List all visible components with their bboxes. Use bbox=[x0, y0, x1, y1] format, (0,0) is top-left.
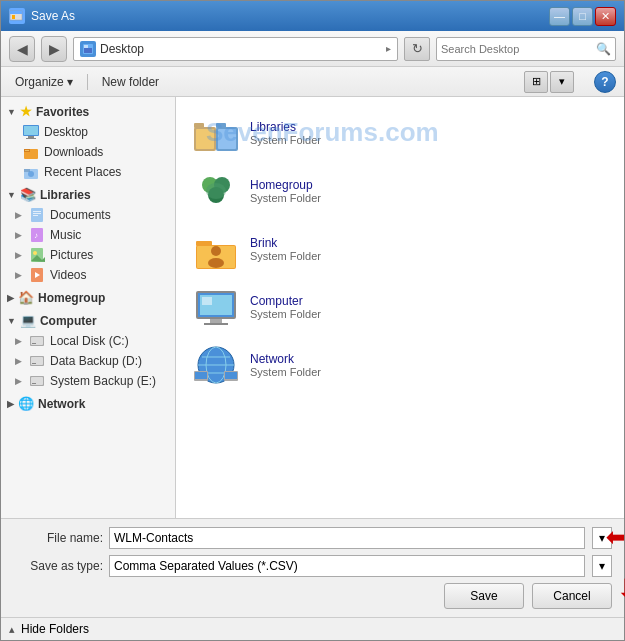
brink-type: System Folder bbox=[250, 250, 321, 262]
sidebar-item-downloads[interactable]: Downloads bbox=[1, 142, 175, 162]
sidebar-favorites-section: ▼ ★ Favorites Desktop bbox=[1, 101, 175, 182]
close-button[interactable]: ✕ bbox=[595, 7, 616, 26]
sidebar-network-header[interactable]: ▶ 🌐 Network bbox=[1, 393, 175, 414]
organize-button[interactable]: Organize ▾ bbox=[9, 73, 79, 91]
svg-rect-19 bbox=[33, 213, 41, 214]
network-icon: 🌐 bbox=[18, 396, 34, 411]
svg-rect-6 bbox=[84, 45, 88, 48]
filename-field-wrapper[interactable]: ⬅ bbox=[109, 527, 585, 549]
help-button[interactable]: ? bbox=[594, 71, 616, 93]
new-folder-button[interactable]: New folder bbox=[96, 73, 165, 91]
data-backup-d-icon bbox=[29, 353, 45, 369]
homegroup-name: Homegroup bbox=[250, 178, 321, 192]
svg-rect-1 bbox=[10, 11, 22, 14]
sidebar-item-music[interactable]: ▶ ♪ Music bbox=[1, 225, 175, 245]
title-bar: Save As — □ ✕ bbox=[1, 1, 624, 31]
search-box[interactable]: 🔍 bbox=[436, 37, 616, 61]
svg-rect-55 bbox=[204, 323, 228, 325]
data-backup-expand-icon: ▶ bbox=[15, 356, 22, 366]
savetype-arrow-indicator: ⬇ bbox=[616, 573, 625, 606]
refresh-button[interactable]: ↻ bbox=[404, 37, 430, 61]
svg-point-46 bbox=[206, 183, 226, 199]
libraries-collapse-icon: ▼ bbox=[7, 190, 16, 200]
search-icon: 🔍 bbox=[596, 42, 611, 56]
libraries-icon: 📚 bbox=[20, 187, 36, 202]
downloads-icon bbox=[23, 144, 39, 160]
separator bbox=[87, 74, 88, 90]
search-input[interactable] bbox=[441, 43, 596, 55]
cancel-button[interactable]: Cancel bbox=[532, 583, 612, 609]
back-button[interactable]: ◀ bbox=[9, 36, 35, 62]
views-button[interactable]: ⊞ bbox=[524, 71, 548, 93]
homegroup-type: System Folder bbox=[250, 192, 321, 204]
sidebar-libraries-section: ▼ 📚 Libraries ▶ Documents bbox=[1, 184, 175, 285]
sidebar-libraries-header[interactable]: ▼ 📚 Libraries bbox=[1, 184, 175, 205]
file-item-homegroup[interactable]: Homegroup System Folder bbox=[184, 163, 616, 219]
sidebar-item-pictures[interactable]: ▶ Pictures bbox=[1, 245, 175, 265]
recent-places-icon bbox=[23, 164, 39, 180]
title-bar-left: Save As bbox=[9, 8, 75, 24]
window-icon bbox=[9, 8, 25, 24]
file-area: SevenForums.com bbox=[176, 97, 624, 518]
local-disk-c-icon bbox=[29, 333, 45, 349]
svg-point-51 bbox=[208, 258, 224, 268]
address-bar[interactable]: Desktop ▸ bbox=[73, 37, 398, 61]
title-controls: — □ ✕ bbox=[549, 7, 616, 26]
file-item-libraries[interactable]: Libraries System Folder bbox=[184, 105, 616, 161]
svg-rect-9 bbox=[28, 136, 34, 138]
music-expand-icon: ▶ bbox=[15, 230, 22, 240]
computer-collapse-icon: ▼ bbox=[7, 316, 16, 326]
sidebar-item-system-backup-e[interactable]: ▶ System Backup (E:) bbox=[1, 371, 175, 391]
address-icon bbox=[80, 41, 96, 57]
libraries-big-icon bbox=[192, 109, 240, 157]
file-item-computer[interactable]: Computer System Folder bbox=[184, 279, 616, 335]
toolbar: ◀ ▶ Desktop ▸ ↻ 🔍 bbox=[1, 31, 624, 67]
svg-rect-33 bbox=[32, 363, 36, 364]
svg-rect-2 bbox=[12, 15, 15, 19]
svg-rect-42 bbox=[218, 129, 236, 149]
homegroup-big-icon bbox=[192, 167, 240, 215]
computer-info: Computer System Folder bbox=[250, 294, 321, 320]
brink-name: Brink bbox=[250, 236, 321, 250]
favorites-collapse-icon: ▼ bbox=[7, 107, 16, 117]
hide-folders-bar[interactable]: ▴ Hide Folders bbox=[1, 617, 624, 640]
computer-icon: 💻 bbox=[20, 313, 36, 328]
filename-arrow-indicator: ⬅ bbox=[606, 525, 624, 551]
save-button[interactable]: Save bbox=[444, 583, 524, 609]
address-text: Desktop bbox=[100, 42, 382, 56]
savetype-dropdown-arrow: ▾ bbox=[599, 559, 605, 573]
sidebar-computer-header[interactable]: ▼ 💻 Computer bbox=[1, 310, 175, 331]
svg-rect-48 bbox=[196, 241, 212, 246]
sidebar-item-data-backup-d[interactable]: ▶ Data Backup (D:) bbox=[1, 351, 175, 371]
sidebar-item-desktop[interactable]: Desktop bbox=[1, 122, 175, 142]
svg-rect-8 bbox=[24, 126, 38, 135]
sidebar-item-documents[interactable]: ▶ Documents bbox=[1, 205, 175, 225]
svg-rect-54 bbox=[210, 319, 222, 323]
network-collapse-icon: ▶ bbox=[7, 399, 14, 409]
file-grid: Libraries System Folder bbox=[184, 105, 616, 393]
svg-rect-41 bbox=[216, 123, 226, 128]
filename-input[interactable] bbox=[114, 531, 580, 545]
action-bar: Organize ▾ New folder ⊞ ▾ ? bbox=[1, 67, 624, 97]
sidebar-item-local-disk-c[interactable]: ▶ Local Disk (C:) bbox=[1, 331, 175, 351]
savetype-select[interactable]: Comma Separated Values (*.CSV) ⬇ bbox=[109, 555, 585, 577]
svg-rect-10 bbox=[26, 138, 36, 139]
file-item-brink[interactable]: Brink System Folder bbox=[184, 221, 616, 277]
sidebar-favorites-header[interactable]: ▼ ★ Favorites bbox=[1, 101, 175, 122]
sidebar-item-videos[interactable]: ▶ Videos bbox=[1, 265, 175, 285]
minimize-button[interactable]: — bbox=[549, 7, 570, 26]
forward-button[interactable]: ▶ bbox=[41, 36, 67, 62]
star-icon: ★ bbox=[20, 104, 32, 119]
file-item-network[interactable]: Network System Folder bbox=[184, 337, 616, 393]
computer-type: System Folder bbox=[250, 308, 321, 320]
savetype-dropdown[interactable]: ▾ bbox=[592, 555, 612, 577]
sidebar-item-recent-places[interactable]: Recent Places bbox=[1, 162, 175, 182]
svg-rect-38 bbox=[194, 123, 204, 128]
save-as-dialog: Save As — □ ✕ ◀ ▶ Desktop ▸ ↻ bbox=[0, 0, 625, 641]
network-name: Network bbox=[250, 352, 321, 366]
homegroup-info: Homegroup System Folder bbox=[250, 178, 321, 204]
sidebar-homegroup-header[interactable]: ▶ 🏠 Homegroup bbox=[1, 287, 175, 308]
views-arrow-button[interactable]: ▾ bbox=[550, 71, 574, 93]
maximize-button[interactable]: □ bbox=[572, 7, 593, 26]
network-info: Network System Folder bbox=[250, 352, 321, 378]
